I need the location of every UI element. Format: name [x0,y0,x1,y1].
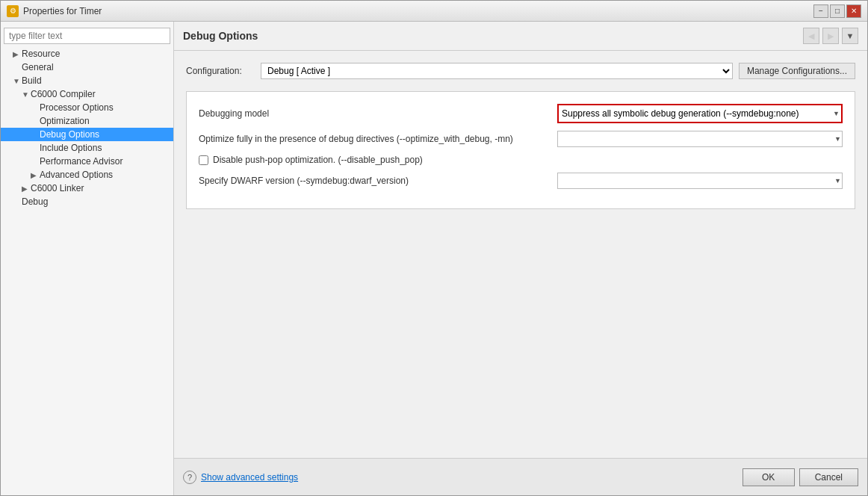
sidebar-item-c6000-linker[interactable]: ▶ C6000 Linker [1,182,173,195]
content-header: Debug Options ◀ ▶ ▼ [174,22,867,51]
sidebar-item-build[interactable]: ▼ Build [1,74,173,87]
arrow-icon [13,63,22,72]
arrow-icon: ▶ [31,171,40,179]
sidebar-item-label: Debug [22,196,48,207]
arrow-icon [31,117,40,125]
optimize-label: Optimize fully in the presence of debug … [199,134,557,144]
debugging-model-select[interactable]: Suppress all symbolic debug generation (… [559,105,841,122]
page-title: Debug Options [183,30,258,42]
optimize-select-wrapper: Enable ▼ [557,131,843,147]
title-bar-left: ⚙ Properties for Timer [7,5,102,17]
arrow-icon [31,144,40,152]
sidebar-item-label: Include Options [40,143,102,153]
sidebar-item-resource[interactable]: ▶ Resource [1,47,173,61]
sidebar-item-performance-advisor[interactable]: Performance Advisor [1,155,173,168]
nav-dropdown-button[interactable]: ▼ [842,28,858,44]
content-area: Debug Options ◀ ▶ ▼ Configuration: Debug… [174,22,867,495]
optimize-select[interactable]: Enable [557,131,843,147]
bottom-right: OK Cancel [743,468,858,486]
arrow-icon: ▼ [13,77,22,85]
debugging-model-label: Debugging model [199,108,557,119]
sidebar-item-label: Processor Options [40,102,114,113]
help-icon[interactable]: ? [183,471,196,484]
bottom-bar: ? Show advanced settings OK Cancel [174,458,867,495]
header-buttons: ◀ ▶ ▼ [803,28,858,44]
dwarf-version-select[interactable]: Version 2Version 3Version 4 [557,173,843,189]
arrow-icon: ▼ [22,90,31,99]
debugging-model-row: Debugging model Suppress all symbolic de… [199,104,843,123]
arrow-icon [31,158,40,166]
arrow-icon [31,131,40,139]
manage-configurations-button[interactable]: Manage Configurations... [739,63,855,79]
main-window: ⚙ Properties for Timer − □ ✕ ▶ Resource … [0,0,868,496]
sidebar-item-c6000-compiler[interactable]: ▼ C6000 Compiler [1,87,173,101]
disable-pushpop-row: Disable push-pop optimization. (--disabl… [199,155,843,165]
show-advanced-link[interactable]: Show advanced settings [201,472,298,483]
sidebar-item-label: Advanced Options [40,170,113,180]
sidebar-item-label: Performance Advisor [40,156,123,167]
arrow-icon: ▶ [13,50,22,58]
sidebar-item-debug-options[interactable]: Debug Options [1,128,173,141]
dwarf-version-row: Specify DWARF version (--symdebug:dwarf_… [199,173,843,189]
debugging-model-select-wrapper: Suppress all symbolic debug generation (… [557,104,843,123]
sidebar-item-label: C6000 Linker [31,183,84,193]
optimize-row: Optimize fully in the presence of debug … [199,131,843,147]
nav-forward-button[interactable]: ▶ [822,28,839,44]
configuration-select[interactable]: Debug [ Active ] [261,63,733,79]
maximize-button[interactable]: □ [830,4,845,18]
sidebar-item-general[interactable]: General [1,61,173,74]
arrow-icon [31,104,40,112]
title-bar: ⚙ Properties for Timer − □ ✕ [1,1,867,22]
configuration-select-wrapper: Debug [ Active ] [261,63,733,79]
window-title: Properties for Timer [23,6,102,16]
title-bar-controls: − □ ✕ [813,4,861,18]
sidebar-item-include-options[interactable]: Include Options [1,141,173,155]
sidebar-item-debug[interactable]: Debug [1,195,173,208]
main-content: ▶ Resource General ▼ Build ▼ C6000 Compi… [1,22,867,495]
arrow-icon: ▶ [22,185,31,193]
minimize-button[interactable]: − [813,4,828,18]
nav-back-button[interactable]: ◀ [803,28,819,44]
dwarf-version-label: Specify DWARF version (--symdebug:dwarf_… [199,176,557,186]
configuration-label: Configuration: [186,66,261,76]
sidebar-item-label: General [22,62,54,72]
window-icon: ⚙ [7,5,19,17]
sidebar-item-processor-options[interactable]: Processor Options [1,101,173,114]
sidebar-item-label: Build [22,75,42,86]
bottom-left: ? Show advanced settings [183,471,298,484]
sidebar-item-label: Resource [22,49,60,59]
settings-panel: Debugging model Suppress all symbolic de… [186,91,855,209]
dwarf-select-wrapper: Version 2Version 3Version 4 ▼ [557,173,843,189]
ok-button[interactable]: OK [743,468,795,486]
cancel-button[interactable]: Cancel [799,468,858,486]
sidebar-item-label: Debug Options [40,129,99,140]
close-button[interactable]: ✕ [846,4,861,18]
disable-pushpop-label: Disable push-pop optimization. (--disabl… [213,155,423,165]
sidebar-item-label: Optimization [40,116,90,126]
sidebar: ▶ Resource General ▼ Build ▼ C6000 Compi… [1,22,174,495]
disable-pushpop-checkbox[interactable] [199,155,208,165]
arrow-icon [13,198,22,206]
sidebar-item-label: C6000 Compiler [31,89,96,99]
sidebar-item-advanced-options[interactable]: ▶ Advanced Options [1,168,173,182]
sidebar-item-optimization[interactable]: Optimization [1,114,173,128]
configuration-row: Configuration: Debug [ Active ] Manage C… [186,63,855,79]
filter-input[interactable] [4,28,170,44]
content-body: Configuration: Debug [ Active ] Manage C… [174,51,867,458]
